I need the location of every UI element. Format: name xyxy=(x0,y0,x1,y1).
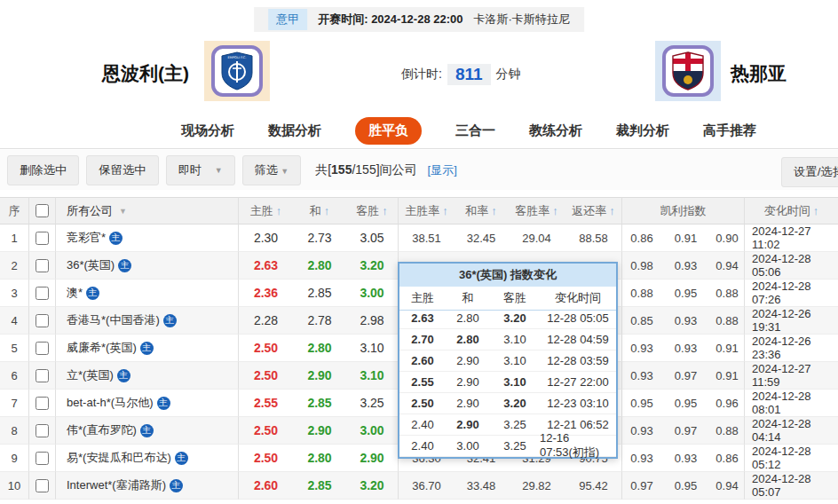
row-checkbox[interactable] xyxy=(36,479,49,492)
company-cell[interactable]: 伟*(直布罗陀)主 xyxy=(55,417,238,445)
odds-cell[interactable]: 2.80 xyxy=(293,252,346,280)
odds-cell[interactable]: 2.28 xyxy=(238,307,293,335)
tab-数据分析[interactable]: 数据分析 xyxy=(268,122,321,139)
odds-cell[interactable]: 2.55 xyxy=(238,390,293,417)
company-cell[interactable]: 澳*主 xyxy=(55,280,238,307)
row-checkbox[interactable] xyxy=(36,314,49,327)
odds-cell[interactable]: 2.50 xyxy=(238,362,293,390)
odds-cell[interactable]: 3.20 xyxy=(346,252,398,280)
odds-cell[interactable]: 3.10 xyxy=(346,335,398,362)
row-checkbox-cell xyxy=(28,307,55,335)
odds-cell[interactable]: 2.50 xyxy=(238,335,293,362)
row-checkbox[interactable] xyxy=(36,232,49,245)
keep-selected-button[interactable]: 保留选中 xyxy=(86,155,158,185)
odds-cell[interactable]: 2.90 xyxy=(293,417,346,445)
row-seq: 10 xyxy=(0,472,28,500)
odds-cell[interactable]: 2.90 xyxy=(346,445,398,472)
popup-odds-cell: 3.10 xyxy=(490,372,540,393)
odds-cell[interactable]: 2.36 xyxy=(238,280,293,307)
filter-button[interactable]: 筛选 ▼ xyxy=(242,155,302,185)
odds-cell[interactable]: 2.80 xyxy=(293,335,346,362)
show-link[interactable]: [显示] xyxy=(428,162,457,178)
settings-select-button[interactable]: 设置/选择 xyxy=(781,157,838,187)
odds-cell[interactable]: 3.10 xyxy=(346,362,398,390)
odds-cell[interactable]: 2.85 xyxy=(293,390,346,417)
odds-cell[interactable]: 2.30 xyxy=(238,224,293,252)
company-cell[interactable]: 立*(英国)主 xyxy=(55,362,238,390)
header-draw-odds[interactable]: 和↑ xyxy=(293,197,346,224)
sort-asc-icon: ↑ xyxy=(813,204,819,217)
row-checkbox[interactable] xyxy=(36,424,49,437)
header-return-rate[interactable]: 返还率↑ xyxy=(565,197,621,224)
tab-裁判分析[interactable]: 裁判分析 xyxy=(616,122,669,139)
header-draw-rate[interactable]: 和率↑ xyxy=(455,197,508,224)
odds-cell[interactable]: 2.50 xyxy=(238,417,293,445)
rate-cell: 88.58 xyxy=(565,224,621,252)
row-checkbox[interactable] xyxy=(36,369,49,382)
popup-odds-cell: 3.00 xyxy=(446,436,490,457)
kelly-cell: 0.93 xyxy=(621,445,661,472)
rate-cell: 32.45 xyxy=(455,224,508,252)
odds-cell[interactable]: 2.90 xyxy=(293,362,346,390)
row-checkbox[interactable] xyxy=(36,287,49,300)
header-company[interactable]: 所有公司 ▼ xyxy=(55,197,238,224)
odds-cell[interactable]: 2.85 xyxy=(293,472,346,500)
company-cell[interactable]: 威廉希*(英国)主 xyxy=(55,335,238,362)
countdown-label: 倒计时: xyxy=(401,67,442,83)
home-badge-icon: 主 xyxy=(109,232,123,245)
odds-cell[interactable]: 2.73 xyxy=(293,224,346,252)
odds-cell[interactable]: 2.98 xyxy=(346,307,398,335)
company-cell[interactable]: 36*(英国)主 xyxy=(55,252,238,280)
row-checkbox[interactable] xyxy=(36,397,49,410)
header-away-odds[interactable]: 客胜↑ xyxy=(346,197,398,224)
sort-asc-icon: ↑ xyxy=(552,204,558,217)
kelly-cell: 0.95 xyxy=(661,390,710,417)
row-checkbox[interactable] xyxy=(36,452,49,465)
company-cell[interactable]: Interwet*(塞浦路斯)主 xyxy=(55,472,238,500)
select-all-checkbox[interactable] xyxy=(36,204,49,217)
popup-odds-cell: 2.90 xyxy=(446,393,490,414)
tab-高手推荐[interactable]: 高手推荐 xyxy=(703,122,756,139)
popup-odds-cell: 2.40 xyxy=(399,414,446,436)
header-home-odds[interactable]: 主胜↑ xyxy=(238,197,293,224)
odds-mode-select[interactable]: 即时 ▼ xyxy=(166,155,235,185)
tab-现场分析[interactable]: 现场分析 xyxy=(181,122,234,139)
odds-cell[interactable]: 3.05 xyxy=(346,224,398,252)
popup-time-cell: 12-23 03:10 xyxy=(540,393,616,414)
chevron-down-icon: ▼ xyxy=(281,167,289,176)
odds-cell[interactable]: 2.85 xyxy=(293,280,346,307)
odds-cell[interactable]: 2.50 xyxy=(238,445,293,472)
popup-time-cell: 12-28 05:05 xyxy=(540,308,616,329)
company-cell[interactable]: 易*(安提瓜和巴布达)主 xyxy=(55,445,238,472)
league-badge[interactable]: 意甲 xyxy=(268,9,307,30)
odds-cell[interactable]: 2.60 xyxy=(238,472,293,500)
row-checkbox-cell xyxy=(28,362,55,390)
tab-胜平负[interactable]: 胜平负 xyxy=(355,117,422,145)
odds-cell[interactable]: 3.25 xyxy=(346,390,398,417)
home-badge-icon: 主 xyxy=(118,259,131,272)
header-change-time[interactable]: 变化时间↑ xyxy=(744,197,838,224)
match-meta-bar: 意甲 开赛时间: 2024-12-28 22:00 卡洛斯·卡斯特拉尼 xyxy=(254,7,584,32)
tab-教练分析[interactable]: 教练分析 xyxy=(529,122,582,139)
header-home-rate[interactable]: 主胜率↑ xyxy=(398,197,455,224)
odds-cell[interactable]: 2.80 xyxy=(293,445,346,472)
company-cell[interactable]: bet-at-h*(马尔他)主 xyxy=(55,390,238,417)
delete-selected-button[interactable]: 删除选中 xyxy=(7,155,79,185)
kelly-cell: 0.93 xyxy=(661,335,710,362)
tab-三合一[interactable]: 三合一 xyxy=(455,122,495,139)
odds-cell[interactable]: 2.63 xyxy=(238,252,293,280)
row-checkbox[interactable] xyxy=(36,342,49,355)
odds-cell[interactable]: 3.00 xyxy=(346,417,398,445)
kelly-cell: 0.88 xyxy=(621,280,661,307)
company-cell[interactable]: 香港马*(中国香港)主 xyxy=(55,307,238,335)
row-checkbox[interactable] xyxy=(36,259,49,272)
popup-header: 和 xyxy=(446,287,490,311)
kelly-cell: 0.93 xyxy=(661,445,710,472)
company-cell[interactable]: 竞彩官*主 xyxy=(55,224,238,252)
away-logo-panel xyxy=(655,41,721,101)
odds-cell[interactable]: 3.00 xyxy=(346,280,398,307)
odds-cell[interactable]: 3.20 xyxy=(346,472,398,500)
odds-cell[interactable]: 2.78 xyxy=(293,307,346,335)
header-away-rate[interactable]: 客胜率↑ xyxy=(508,197,565,224)
odds-change-popup: 36*(英国) 指数变化 主胜和客胜变化时间2.632.803.2012-28 … xyxy=(398,262,618,459)
